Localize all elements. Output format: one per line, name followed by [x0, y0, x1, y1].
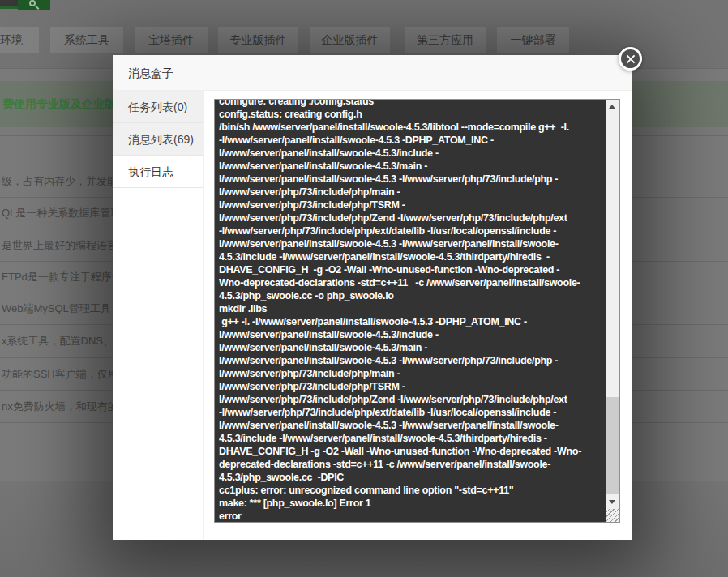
log-line: DHAVE_CONFIG_H -g -O2 -Wall -Wno-unused-…	[219, 263, 601, 276]
scroll-up-icon	[609, 105, 615, 109]
category-tab[interactable]: 系统工具	[50, 27, 123, 53]
log-line: config.status: creating config.h	[219, 108, 601, 121]
log-line: I/www/server/php/73/include/php/TSRM -	[219, 380, 601, 393]
table-row-text: 功能的SSH客户端，仅用于	[0, 367, 129, 382]
log-content: configure: creating ./config.statusconfi…	[219, 100, 601, 521]
category-tabs: 运行环境系统工具宝塔插件专业版插件企业版插件第三方应用一键部署	[0, 27, 728, 53]
log-line: -I/www/server/php/73/include/php/ext/dat…	[219, 406, 601, 419]
log-line: I/www/server/panel/install/swoole-4.5.3/…	[219, 160, 601, 173]
magnifier-icon	[29, 0, 36, 6]
log-line: error	[219, 510, 601, 521]
log-line: DHAVE_CONFIG_H -g -O2 -Wall -Wno-unused-…	[219, 445, 601, 458]
category-tab[interactable]: 宝塔插件	[135, 27, 208, 53]
modal-tab[interactable]: 任务列表(0)	[113, 91, 203, 123]
log-line: deprecated-declarations -std=c++11 -c /w…	[219, 458, 601, 471]
log-textarea[interactable]: configure: creating ./config.statusconfi…	[214, 99, 620, 523]
scroll-down-icon	[609, 500, 615, 504]
close-icon[interactable]	[619, 47, 642, 71]
search-button[interactable]	[18, 0, 50, 10]
log-line: g++ -I. -I/www/server/panel/install/swoo…	[219, 315, 601, 328]
log-line: 4.5.3/php_swoole.cc -o php_swoole.lo	[219, 289, 601, 302]
log-line: I/www/server/php/73/include/php/Zend -I/…	[219, 212, 601, 224]
log-line: configure: creating ./config.status	[219, 100, 601, 108]
log-line: Wno-deprecated-declarations -std=c++11 -…	[219, 276, 601, 289]
scrollbar-thumb[interactable]	[606, 397, 619, 494]
log-line: 4.5.3/php_swoole.cc -DPIC	[219, 471, 601, 484]
log-line: -I/www/server/php/73/include/php/ext/dat…	[219, 224, 601, 237]
modal-tab[interactable]: 执行日志	[113, 156, 203, 188]
log-line: /bin/sh /www/server/panel/install/swoole…	[219, 121, 601, 134]
log-line: -I/www/server/panel/install/swoole-4.5.3…	[219, 134, 601, 147]
scroll-down-button[interactable]	[606, 495, 619, 509]
scroll-up-button[interactable]	[606, 100, 619, 113]
table-row-text: x系统工具，配置DNS、Sw	[0, 334, 128, 348]
log-line: I/www/server/php/73/include/php/Zend -I/…	[219, 393, 601, 406]
log-line: I/www/server/panel/install/swoole-4.5.3/…	[219, 328, 601, 341]
log-line: I/www/server/panel/install/swoole-4.5.3/…	[219, 147, 601, 160]
log-line: I/www/server/php/73/include/php/main -	[219, 186, 601, 199]
table-row-text: 级，占有内存少，并发能力	[0, 174, 128, 189]
table-row-text: QL是一种关系数据库管理系	[0, 206, 131, 220]
log-line: I/www/server/panel/install/swoole-4.5.3 …	[219, 173, 601, 186]
category-tab[interactable]: 企业版插件	[310, 27, 390, 53]
modal-tab[interactable]: 消息列表(69)	[113, 123, 203, 156]
log-line: I/www/server/panel/install/swoole-4.5.3 …	[219, 354, 601, 367]
category-tab[interactable]: 一键部署	[497, 27, 569, 53]
category-tab[interactable]: 第三方应用	[405, 27, 486, 53]
category-tab[interactable]: 运行环境	[0, 27, 39, 53]
log-line: I/www/server/panel/install/swoole-4.5.3 …	[219, 237, 601, 250]
resize-grip-icon[interactable]	[606, 509, 619, 522]
log-line: I/www/server/panel/install/swoole-4.5.3/…	[219, 341, 601, 354]
log-line: cc1plus: error: unrecognized command lin…	[219, 484, 601, 497]
modal-header: 消息盒子	[113, 55, 632, 91]
modal-tab-list: 任务列表(0)消息列表(69)执行日志	[113, 91, 203, 188]
log-line: I/www/server/php/73/include/php/main -	[219, 367, 601, 380]
log-line: 4.5.3/include -I/www/server/panel/instal…	[219, 432, 601, 445]
modal-title: 消息盒子	[128, 66, 173, 79]
table-row-text: 是世界上最好的编程语言	[0, 238, 118, 253]
log-view: configure: creating ./config.statusconfi…	[219, 100, 601, 521]
log-line: make: *** [php_swoole.lo] Error 1	[219, 497, 601, 510]
log-line: I/www/server/php/73/include/php/TSRM -	[219, 199, 601, 212]
table-row-text: nx免费防火墙，和现有的N	[0, 400, 126, 414]
modal-sidebar: 任务列表(0)消息列表(69)执行日志	[113, 91, 204, 540]
log-line: I/www/server/panel/install/swoole-4.5.3 …	[219, 419, 601, 432]
scrollbar-track[interactable]	[606, 100, 619, 509]
magnifier-handle-icon	[36, 6, 40, 10]
message-box-modal: 消息盒子 任务列表(0)消息列表(69)执行日志 configure: crea…	[113, 55, 632, 540]
category-tab[interactable]: 专业版插件	[218, 27, 298, 53]
table-row-text: FTPd是一款专注于程序健	[0, 270, 122, 284]
log-line: mkdir .libs	[219, 302, 601, 315]
table-row-text: Web端MySQL管理工具	[0, 301, 111, 316]
log-line: 4.5.3/include -I/www/server/panel/instal…	[219, 250, 601, 263]
search-input-stub	[0, 0, 18, 9]
